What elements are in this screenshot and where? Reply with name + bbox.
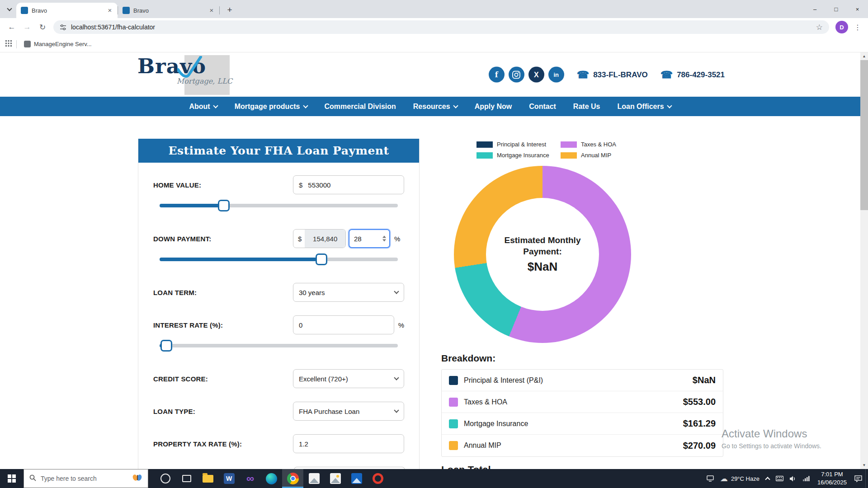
page-scrollbar[interactable]: ▲ ▼ <box>860 52 868 469</box>
visual-studio-icon[interactable]: ∞ <box>240 469 261 488</box>
apps-grid-icon[interactable] <box>5 40 12 48</box>
chrome-icon[interactable] <box>282 469 303 488</box>
taskbar-app-icons: W ∞ <box>155 469 388 488</box>
instagram-icon[interactable] <box>509 67 524 83</box>
nav-item-apply-now[interactable]: Apply Now <box>475 103 512 111</box>
phone-link-primary[interactable]: ☎ 833-FL-BRAVO <box>577 70 648 80</box>
home-value-input[interactable]: $ 553000 <box>293 175 404 194</box>
home-value-slider[interactable] <box>160 200 398 211</box>
nav-item-contact[interactable]: Contact <box>529 103 556 111</box>
loan-type-select[interactable]: FHA Purchase Loan <box>293 402 404 421</box>
nav-item-about[interactable]: About <box>189 103 217 111</box>
tab-strip: Bravo × Bravo × + – □ × <box>0 0 868 18</box>
down-payment-percent-input[interactable]: 28 <box>349 229 390 248</box>
touch-keyboard-icon[interactable] <box>773 469 787 488</box>
number-spinner[interactable] <box>382 236 386 242</box>
legend-item-mortgage-insurance: Mortgage Insurance <box>476 152 561 159</box>
action-center-icon[interactable] <box>851 469 865 488</box>
tab-close-icon[interactable]: × <box>106 6 114 14</box>
logo-subtext: Mortgage, LLC <box>137 77 232 85</box>
taskbar-search[interactable]: Type here to search <box>24 469 148 488</box>
property-tax-label: PROPERTY TAX RATE (%): <box>153 440 242 448</box>
slider-thumb[interactable] <box>316 253 327 265</box>
nav-item-resources[interactable]: Resources <box>413 103 458 111</box>
scroll-down-icon[interactable]: ▼ <box>860 461 868 469</box>
phone-number: 833-FL-BRAVO <box>593 70 648 79</box>
spinner-down-icon[interactable] <box>382 239 386 242</box>
spinner-up-icon[interactable] <box>382 236 386 238</box>
scrollbar-thumb[interactable] <box>860 60 868 210</box>
legend-item-annual-mip: Annual MIP <box>561 152 723 159</box>
credit-score-select[interactable]: Excellent (720+) <box>293 369 404 388</box>
task-view-icon[interactable] <box>176 469 197 488</box>
percent-suffix: % <box>398 321 404 329</box>
facebook-icon[interactable]: f <box>489 67 505 83</box>
bravo-logo[interactable]: Bravo Mortgage, LLC <box>137 55 232 96</box>
breakdown-row: Taxes & HOA $553.00 <box>442 391 723 413</box>
row-value: $NaN <box>693 375 716 385</box>
weather-widget[interactable]: ☁ 29°C Haze <box>717 469 763 488</box>
tray-app-icon[interactable] <box>703 469 717 488</box>
credit-score-label: CREDIT SCORE: <box>153 375 208 383</box>
omnibox[interactable]: localhost:53671/fha-calculator ☆ <box>53 20 829 34</box>
browser-tab-1[interactable]: Bravo × <box>16 3 118 18</box>
linkedin-icon[interactable]: in <box>548 67 564 83</box>
interest-rate-control: 0 % <box>293 315 404 334</box>
down-payment-slider[interactable] <box>160 253 398 265</box>
network-icon[interactable] <box>800 469 813 488</box>
cortana-icon[interactable] <box>155 469 176 488</box>
scroll-up-icon[interactable]: ▲ <box>860 52 868 60</box>
word-icon[interactable]: W <box>218 469 240 488</box>
bookmark-manageengine[interactable]: ManageEngine Serv... <box>21 39 94 49</box>
tab-close-icon[interactable]: × <box>208 6 216 14</box>
page-viewport: Bravo Mortgage, LLC f X in ☎ 833-FL-BRAV… <box>0 52 860 469</box>
property-tax-input[interactable]: 1.2 <box>293 434 404 453</box>
file-explorer-icon[interactable] <box>197 469 218 488</box>
nav-item-commercial-division[interactable]: Commercial Division <box>325 103 396 111</box>
profile-avatar[interactable]: D <box>835 21 848 33</box>
chevron-down-icon <box>394 289 399 294</box>
slider-track[interactable] <box>160 344 398 347</box>
estimated-payment-label: Estimated Monthly Payment: <box>495 235 590 257</box>
site-settings-icon[interactable] <box>60 24 66 31</box>
gallery-app-icon[interactable] <box>346 469 367 488</box>
x-twitter-icon[interactable]: X <box>528 67 544 83</box>
row-value: $161.29 <box>683 418 716 429</box>
browser-menu-icon[interactable]: ⋮ <box>852 23 863 32</box>
browser-tab-2[interactable]: Bravo × <box>118 3 219 18</box>
tab-search-button[interactable] <box>4 4 15 15</box>
taskbar-clock[interactable]: 7:01 PM 16/06/2025 <box>813 470 851 486</box>
snipping-tool-icon[interactable] <box>325 469 346 488</box>
home-value-text: 553000 <box>308 181 330 189</box>
down-payment-percent-text: 28 <box>354 235 362 243</box>
back-button[interactable]: ← <box>5 20 19 34</box>
donut-chart: Estimated Monthly Payment: $NaN <box>454 166 631 343</box>
photos-app-icon[interactable] <box>303 469 325 488</box>
hidden-icons-chevron[interactable] <box>763 469 773 488</box>
interest-rate-slider[interactable] <box>160 340 398 352</box>
minimize-button[interactable]: – <box>804 0 826 18</box>
new-tab-button[interactable]: + <box>223 4 236 16</box>
reload-button[interactable]: ↻ <box>35 20 50 34</box>
slider-thumb[interactable] <box>218 200 230 211</box>
show-desktop-button[interactable] <box>865 469 868 488</box>
forward-button[interactable]: → <box>20 20 34 34</box>
loan-term-select[interactable]: 30 years <box>293 283 404 302</box>
loan-type-label: LOAN TYPE: <box>153 408 195 415</box>
maximize-button[interactable]: □ <box>826 0 847 18</box>
edge-icon[interactable] <box>261 469 282 488</box>
nav-item-loan-officers[interactable]: Loan Officers <box>617 103 671 111</box>
nav-item-rate-us[interactable]: Rate Us <box>573 103 600 111</box>
url-text[interactable]: localhost:53671/fha-calculator <box>71 23 811 31</box>
bookmark-star-icon[interactable]: ☆ <box>816 23 823 32</box>
down-payment-amount-input[interactable]: $ 154,840 <box>293 229 346 248</box>
phone-link-secondary[interactable]: ☎ 786-429-3521 <box>660 70 725 80</box>
credit-score-control: Excellent (720+) <box>293 369 404 388</box>
slider-thumb[interactable] <box>160 340 172 352</box>
nav-item-mortgage-products[interactable]: Mortgage products <box>235 103 307 111</box>
interest-rate-input[interactable]: 0 <box>293 315 394 334</box>
volume-icon[interactable] <box>787 469 800 488</box>
start-button[interactable] <box>0 469 24 488</box>
opera-icon[interactable] <box>367 469 388 488</box>
close-button[interactable]: × <box>847 0 868 18</box>
